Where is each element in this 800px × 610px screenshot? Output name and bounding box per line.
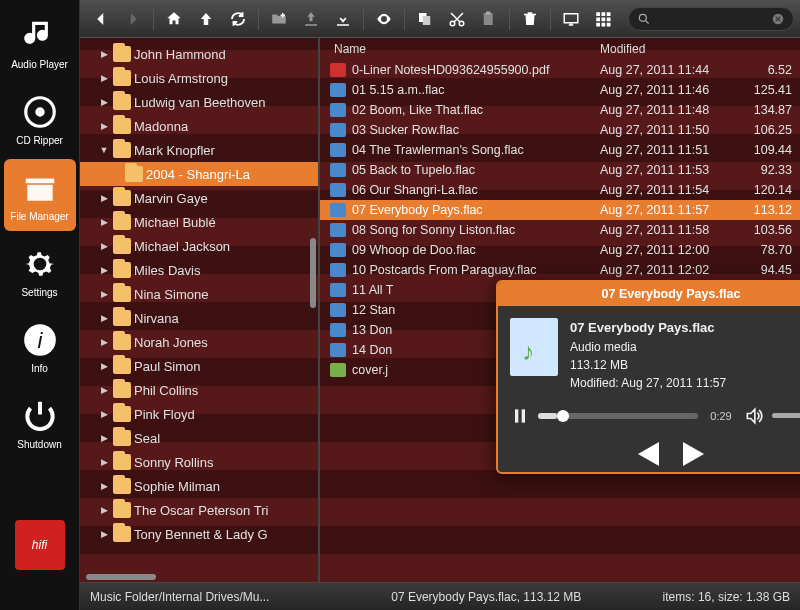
folder-icon: [113, 142, 131, 158]
tree-vscrollbar[interactable]: [310, 78, 316, 576]
download-button[interactable]: [328, 6, 358, 32]
tree-item-album[interactable]: 2004 - Shangri-La: [80, 162, 318, 186]
file-row[interactable]: 03 Sucker Row.flacAug 27, 2011 11:50106.…: [320, 120, 800, 140]
forward-button[interactable]: [118, 6, 148, 32]
tree-item[interactable]: ▶Madonna: [80, 114, 318, 138]
delete-button[interactable]: [515, 6, 545, 32]
next-track-button[interactable]: [677, 436, 713, 460]
flac-icon: [330, 263, 346, 277]
power-icon: [21, 397, 59, 435]
sidebar-item-audio-player[interactable]: Audio Player: [4, 7, 76, 79]
disc-icon: [21, 93, 59, 131]
upload-button[interactable]: [296, 6, 326, 32]
file-modified: Aug 27, 2011 12:02: [600, 263, 745, 277]
refresh-button[interactable]: [223, 6, 253, 32]
svg-rect-8: [484, 13, 493, 25]
tree-item[interactable]: ▶The Oscar Peterson Tri: [80, 498, 318, 522]
tree-item[interactable]: ▶Paul Simon: [80, 354, 318, 378]
folder-tree: ▶John Hammond▶Louis Armstrong▶Ludwig van…: [80, 38, 320, 582]
seek-bar[interactable]: [538, 413, 698, 419]
file-row[interactable]: 01 5.15 a.m..flacAug 27, 2011 11:46125.4…: [320, 80, 800, 100]
folder-icon: [113, 94, 131, 110]
file-row[interactable]: 02 Boom, Like That.flacAug 27, 2011 11:4…: [320, 100, 800, 120]
home-button[interactable]: [159, 6, 189, 32]
music-note-icon: [21, 17, 59, 55]
popup-file-size: 113.12 MB: [570, 356, 800, 374]
tree-item[interactable]: ▶Marvin Gaye: [80, 186, 318, 210]
tree-item[interactable]: ▶Miles Davis: [80, 258, 318, 282]
column-modified[interactable]: Modified: [600, 42, 745, 56]
sidebar-item-settings[interactable]: Settings: [4, 235, 76, 307]
tree-item-label: Mark Knopfler: [134, 143, 215, 158]
pause-button[interactable]: [510, 406, 530, 426]
tree-item[interactable]: ▶Nina Simone: [80, 282, 318, 306]
flac-icon: [330, 183, 346, 197]
tree-item[interactable]: ▶Phil Collins: [80, 378, 318, 402]
tree-item[interactable]: ▶Ludwig van Beethoven: [80, 90, 318, 114]
new-folder-button[interactable]: [264, 6, 294, 32]
tree-item[interactable]: ▶Sophie Milman: [80, 474, 318, 498]
file-modified: Aug 27, 2011 11:57: [600, 203, 745, 217]
file-size: 92.33: [745, 163, 800, 177]
sidebar-item-label: Shutdown: [17, 439, 61, 450]
up-button[interactable]: [191, 6, 221, 32]
grid-view-button[interactable]: [588, 6, 618, 32]
svg-rect-5: [423, 16, 431, 25]
tree-item[interactable]: ▶Michael Bublé: [80, 210, 318, 234]
file-row[interactable]: 07 Everybody Pays.flacAug 27, 2011 11:57…: [320, 200, 800, 220]
tree-item[interactable]: ▶Norah Jones: [80, 330, 318, 354]
paste-button[interactable]: [474, 6, 504, 32]
tree-hscrollbar[interactable]: [86, 574, 308, 580]
file-row[interactable]: 0-Liner NotesHD093624955900.pdfAug 27, 2…: [320, 60, 800, 80]
playback-time: 0:29: [706, 410, 736, 422]
sidebar-item-info[interactable]: i Info: [4, 311, 76, 383]
file-size: 120.14: [745, 183, 800, 197]
volume-icon[interactable]: [744, 406, 764, 426]
tree-item[interactable]: ▶Pink Floyd: [80, 402, 318, 426]
pdf-icon: [330, 63, 346, 77]
tree-item[interactable]: ▶Seal: [80, 426, 318, 450]
folder-icon: [113, 70, 131, 86]
clear-search-icon[interactable]: [771, 12, 785, 26]
sidebar-item-file-manager[interactable]: File Manager: [4, 159, 76, 231]
file-name: 01 5.15 a.m..flac: [352, 83, 600, 97]
svg-rect-9: [486, 11, 491, 14]
tree-item[interactable]: ▶Michael Jackson: [80, 234, 318, 258]
sidebar-item-cd-ripper[interactable]: CD Ripper: [4, 83, 76, 155]
tree-item[interactable]: ▼Mark Knopfler: [80, 138, 318, 162]
file-row[interactable]: 09 Whoop de Doo.flacAug 27, 2011 12:0078…: [320, 240, 800, 260]
svg-rect-17: [596, 22, 600, 26]
preview-button[interactable]: [369, 6, 399, 32]
screen-button[interactable]: [556, 6, 586, 32]
folder-icon: [113, 526, 131, 542]
tree-item-label: John Hammond: [134, 47, 226, 62]
sidebar-item-shutdown[interactable]: Shutdown: [4, 387, 76, 459]
popup-title-bar[interactable]: 07 Everybody Pays.flac ✕: [498, 282, 800, 306]
flac-icon: [330, 223, 346, 237]
tree-item[interactable]: ▶Louis Armstrong: [80, 66, 318, 90]
tree-item-label: Sonny Rollins: [134, 455, 214, 470]
folder-icon: [113, 286, 131, 302]
tree-item[interactable]: ▶Nirvana: [80, 306, 318, 330]
volume-bar[interactable]: [772, 413, 800, 418]
tree-item[interactable]: ▶Sonny Rollins: [80, 450, 318, 474]
search-input[interactable]: [628, 7, 794, 31]
file-row[interactable]: 10 Postcards From Paraguay.flacAug 27, 2…: [320, 260, 800, 280]
file-row[interactable]: 08 Song for Sonny Liston.flacAug 27, 201…: [320, 220, 800, 240]
folder-icon: [113, 214, 131, 230]
file-row[interactable]: 06 Our Shangri-La.flacAug 27, 2011 11:54…: [320, 180, 800, 200]
svg-rect-12: [602, 12, 606, 16]
tree-item-label: Nina Simone: [134, 287, 208, 302]
tree-item[interactable]: ▶John Hammond: [80, 42, 318, 66]
file-row[interactable]: 05 Back to Tupelo.flacAug 27, 2011 11:53…: [320, 160, 800, 180]
column-name[interactable]: Name: [330, 42, 600, 56]
prev-track-button[interactable]: [629, 436, 665, 460]
copy-button[interactable]: [410, 6, 440, 32]
cut-button[interactable]: [442, 6, 472, 32]
tree-item[interactable]: ▶Tony Bennett & Lady G: [80, 522, 318, 546]
back-button[interactable]: [86, 6, 116, 32]
status-selection: 07 Everybody Pays.flac, 113.12 MB: [310, 590, 663, 604]
flac-icon: [330, 303, 346, 317]
svg-rect-11: [596, 12, 600, 16]
file-row[interactable]: 04 The Trawlerman's Song.flacAug 27, 201…: [320, 140, 800, 160]
